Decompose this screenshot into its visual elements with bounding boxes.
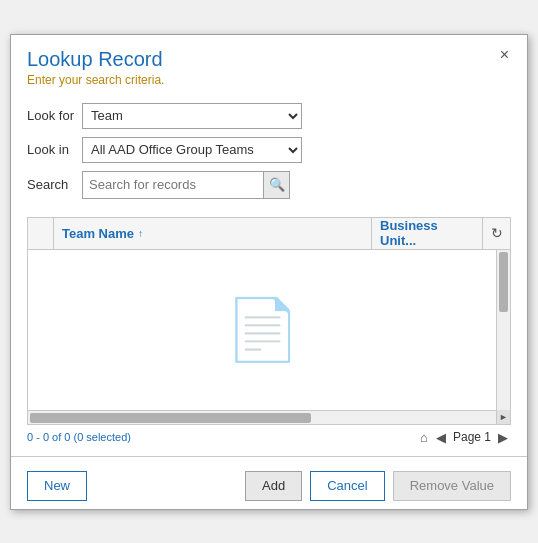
search-button[interactable]: 🔍 [263, 172, 289, 198]
col-team-name-label: Team Name [62, 226, 134, 241]
pagination: ⌂ ◀ Page 1 ▶ [417, 429, 511, 446]
dialog-title: Lookup Record [27, 47, 511, 71]
h-scroll-right-arrow[interactable]: ► [496, 410, 510, 424]
close-button[interactable]: × [494, 45, 515, 65]
footer-divider [11, 456, 527, 457]
v-scroll-thumb[interactable] [499, 252, 508, 312]
remove-value-button[interactable]: Remove Value [393, 471, 511, 501]
refresh-button[interactable]: ↻ [491, 225, 503, 241]
col-refresh: ↻ [482, 218, 510, 249]
next-page-button[interactable]: ▶ [495, 429, 511, 446]
empty-document-icon: 📄 [225, 294, 300, 365]
col-check [28, 218, 54, 249]
col-team-name[interactable]: Team Name ↑ [54, 218, 372, 249]
first-page-button[interactable]: ⌂ [417, 429, 431, 446]
record-count: 0 - 0 of 0 (0 selected) [27, 431, 131, 443]
dialog-header: Lookup Record Enter your search criteria… [11, 35, 527, 93]
footer-row: New Add Cancel Remove Value [11, 463, 527, 509]
table-header: Team Name ↑ Business Unit... ↻ [28, 218, 510, 250]
look-in-row: Look in All AAD Office Group Teams [27, 137, 511, 163]
look-for-label: Look for [27, 108, 82, 123]
look-in-select[interactable]: All AAD Office Group Teams [82, 137, 302, 163]
search-input[interactable] [83, 173, 263, 197]
new-button[interactable]: New [27, 471, 87, 501]
dialog-subtitle: Enter your search criteria. [27, 73, 511, 87]
horizontal-scrollbar[interactable]: ► [28, 410, 510, 424]
lookup-dialog: Lookup Record Enter your search criteria… [10, 34, 528, 510]
form-area: Look for Team Look in All AAD Office Gro… [11, 93, 527, 217]
table-body: 📄 [28, 250, 510, 410]
prev-page-button[interactable]: ◀ [433, 429, 449, 446]
look-in-label: Look in [27, 142, 82, 157]
cancel-button[interactable]: Cancel [310, 471, 384, 501]
vertical-scrollbar[interactable] [496, 250, 510, 410]
look-for-control: Team [82, 103, 302, 129]
search-row: Search 🔍 [27, 171, 511, 199]
h-scroll-thumb[interactable] [30, 413, 311, 423]
add-button[interactable]: Add [245, 471, 302, 501]
page-label: Page 1 [453, 430, 491, 444]
col-business-unit[interactable]: Business Unit... [372, 218, 482, 249]
look-in-control: All AAD Office Group Teams [82, 137, 302, 163]
search-wrapper: 🔍 [82, 171, 290, 199]
sort-icon: ↑ [138, 228, 143, 239]
search-label: Search [27, 177, 82, 192]
look-for-row: Look for Team [27, 103, 511, 129]
status-row: 0 - 0 of 0 (0 selected) ⌂ ◀ Page 1 ▶ [11, 425, 527, 450]
col-business-unit-label: Business Unit... [380, 218, 474, 248]
search-icon: 🔍 [269, 177, 285, 192]
results-table: Team Name ↑ Business Unit... ↻ 📄 ► [27, 217, 511, 425]
table-empty-area: 📄 [28, 250, 496, 410]
h-scroll-track[interactable] [28, 411, 496, 424]
look-for-select[interactable]: Team [82, 103, 302, 129]
